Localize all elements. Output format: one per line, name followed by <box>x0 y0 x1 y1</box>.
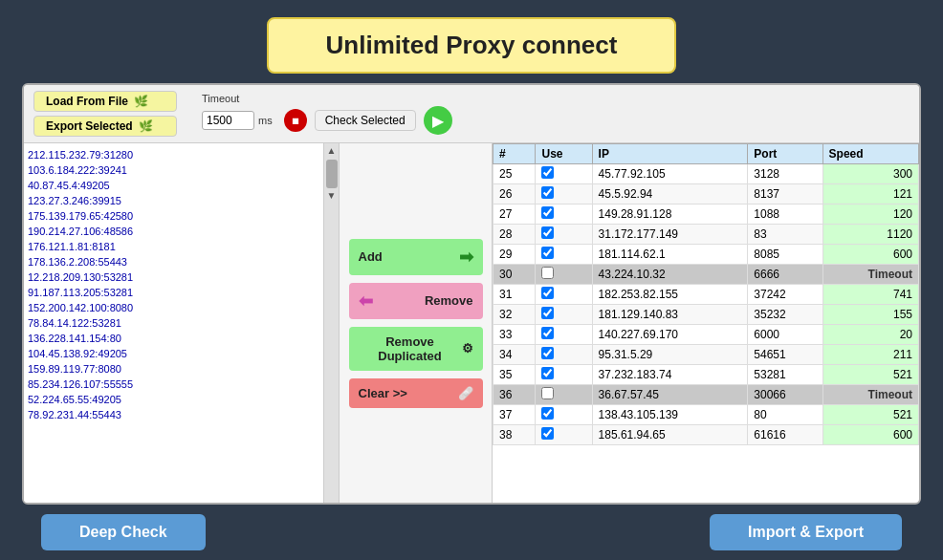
arrow-right-icon: ➡ <box>459 247 473 268</box>
main-panel: Load From File 🌿 Export Selected 🌿 Timeo… <box>22 83 921 505</box>
table-scroll-area: # Use IP Port Speed 2545.77.92.105312830… <box>493 143 919 503</box>
col-port: Port <box>748 144 822 164</box>
use-checkbox[interactable] <box>541 427 554 440</box>
table-body: 2545.77.92.10531283002645.5.92.948137121… <box>493 164 919 445</box>
cell-speed: 521 <box>822 365 918 385</box>
list-item: 159.89.119.77:8080 <box>28 361 319 377</box>
cell-use[interactable] <box>536 245 592 265</box>
check-selected-button[interactable]: Check Selected <box>315 110 416 131</box>
arrow-left-icon: ⬅ <box>359 291 373 312</box>
remove-duplicated-button[interactable]: Remove Duplicated ⚙ <box>349 327 483 371</box>
cell-speed: 741 <box>822 285 918 305</box>
proxy-table: # Use IP Port Speed 2545.77.92.105312830… <box>493 143 919 445</box>
deep-check-button[interactable]: Deep Check <box>41 514 206 550</box>
use-checkbox[interactable] <box>541 166 554 179</box>
clear-button[interactable]: Clear >> 🩹 <box>349 378 483 408</box>
cell-ip: 43.224.10.32 <box>592 265 748 285</box>
use-checkbox[interactable] <box>541 387 554 399</box>
remove-dup-label: Remove Duplicated <box>359 334 462 363</box>
cell-port: 8137 <box>748 184 822 205</box>
list-item: 190.214.27.106:48586 <box>28 224 319 239</box>
remove-button[interactable]: ⬅ Remove <box>349 283 483 319</box>
load-icon: 🌿 <box>134 95 148 108</box>
remove-label: Remove <box>425 293 473 308</box>
list-item: 178.136.2.208:55443 <box>28 254 319 269</box>
cell-ip: 36.67.57.45 <box>592 385 748 405</box>
list-item: 52.224.65.55:49205 <box>28 392 319 407</box>
cell-use[interactable] <box>536 405 592 425</box>
use-checkbox[interactable] <box>541 407 554 420</box>
cell-speed: Timeout <box>822 385 918 405</box>
cell-num: 28 <box>493 225 536 245</box>
list-item: 176.121.1.81:8181 <box>28 239 319 254</box>
cell-num: 27 <box>493 205 536 225</box>
top-controls: Load From File 🌿 Export Selected 🌿 Timeo… <box>24 85 919 143</box>
cell-use[interactable] <box>536 205 592 225</box>
cell-port: 83 <box>748 225 822 245</box>
clear-label: Clear >> <box>359 386 407 400</box>
use-checkbox[interactable] <box>541 206 554 219</box>
cell-use[interactable] <box>536 265 592 285</box>
scroll-down-arrow[interactable]: ▼ <box>325 188 339 203</box>
cell-ip: 138.43.105.139 <box>592 405 748 425</box>
cell-ip: 31.172.177.149 <box>592 225 748 245</box>
scroll-up-arrow[interactable]: ▲ <box>325 143 339 158</box>
export-selected-label: Export Selected <box>46 119 133 133</box>
use-checkbox[interactable] <box>541 186 554 199</box>
use-checkbox[interactable] <box>541 267 554 279</box>
cell-num: 38 <box>493 425 536 445</box>
cell-use[interactable] <box>536 184 592 205</box>
cell-use[interactable] <box>536 385 592 405</box>
cell-use[interactable] <box>536 305 592 325</box>
stop-button[interactable]: ⏹ <box>284 109 307 132</box>
cell-use[interactable] <box>536 164 592 184</box>
import-export-button[interactable]: Import & Export <box>710 514 902 550</box>
use-checkbox[interactable] <box>541 327 554 339</box>
add-button[interactable]: Add ➡ <box>349 239 483 275</box>
cell-num: 36 <box>493 385 536 405</box>
use-checkbox[interactable] <box>541 307 554 319</box>
left-panel: 212.115.232.79:31280103.6.184.222:392414… <box>24 143 340 503</box>
cell-ip: 182.253.82.155 <box>592 285 748 305</box>
cell-port: 35232 <box>748 305 822 325</box>
scroll-thumb[interactable] <box>326 160 338 188</box>
use-checkbox[interactable] <box>541 226 554 239</box>
cell-port: 61616 <box>748 425 822 445</box>
timeout-input[interactable] <box>202 111 254 130</box>
cell-port: 8085 <box>748 245 822 265</box>
col-num: # <box>493 144 536 164</box>
cell-num: 32 <box>493 305 536 325</box>
cell-ip: 181.129.140.83 <box>592 305 748 325</box>
table-row: 37138.43.105.13980521 <box>493 405 919 425</box>
cell-use[interactable] <box>536 225 592 245</box>
cell-port: 80 <box>748 405 822 425</box>
load-from-file-button[interactable]: Load From File 🌿 <box>33 91 177 112</box>
ms-label: ms <box>258 115 273 126</box>
use-checkbox[interactable] <box>541 247 554 259</box>
cell-use[interactable] <box>536 425 592 445</box>
list-item: 40.87.45.4:49205 <box>28 178 319 193</box>
cell-speed: 120 <box>822 205 918 225</box>
cell-use[interactable] <box>536 285 592 305</box>
cell-port: 53281 <box>748 365 822 385</box>
cell-ip: 95.31.5.29 <box>592 345 748 365</box>
use-checkbox[interactable] <box>541 367 554 379</box>
cell-speed: 300 <box>822 164 918 184</box>
cell-num: 30 <box>493 265 536 285</box>
use-checkbox[interactable] <box>541 347 554 359</box>
cell-port: 30066 <box>748 385 822 405</box>
cell-speed: 1120 <box>822 225 918 245</box>
cell-use[interactable] <box>536 345 592 365</box>
cell-speed: 121 <box>822 184 918 205</box>
table-row: 2645.5.92.948137121 <box>493 184 919 205</box>
use-checkbox[interactable] <box>541 287 554 299</box>
cell-use[interactable] <box>536 325 592 345</box>
go-button[interactable]: ▶ <box>424 106 452 135</box>
list-item: 12.218.209.130:53281 <box>28 269 319 285</box>
cell-use[interactable] <box>536 365 592 385</box>
list-item: 78.84.14.122:53281 <box>28 315 319 331</box>
cell-port: 3128 <box>748 164 822 184</box>
scrollbar: ▲ ▼ <box>323 143 339 503</box>
cell-port: 1088 <box>748 205 822 225</box>
export-selected-button[interactable]: Export Selected 🌿 <box>33 116 177 137</box>
